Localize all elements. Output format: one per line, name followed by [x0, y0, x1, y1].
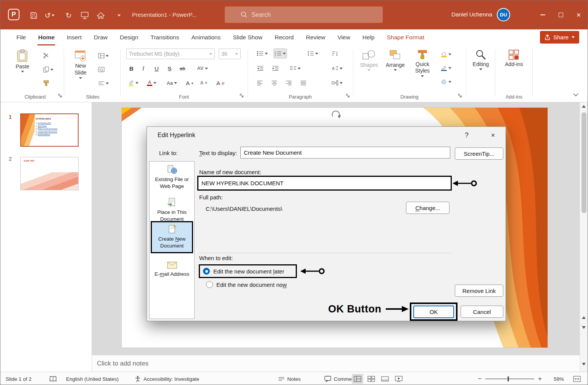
text-direction-button[interactable]: A [331, 63, 343, 73]
highlight-color-button[interactable] [127, 78, 139, 88]
quick-styles-button[interactable]: Quick Styles [412, 49, 432, 77]
scroll-down-icon[interactable] [582, 363, 586, 366]
search-box[interactable] [225, 6, 383, 23]
zoom-level[interactable]: 59% [554, 372, 564, 385]
name-of-new-document-input[interactable] [198, 180, 451, 186]
copy-button[interactable] [42, 65, 54, 74]
reset-button[interactable] [97, 65, 105, 74]
columns-button[interactable] [289, 63, 301, 73]
new-slide-button[interactable]: New Slide [70, 49, 91, 79]
normal-view-button[interactable] [352, 374, 363, 384]
sidebar-item-create-new-document[interactable]: Create New Document [151, 221, 193, 253]
dialog-help-button[interactable]: ? [461, 130, 472, 141]
previous-slide-icon[interactable] [582, 316, 586, 319]
remove-link-button[interactable]: Remove Link [455, 285, 503, 297]
notes-toggle[interactable]: Notes [278, 372, 301, 385]
font-size-combo[interactable]: 36 [219, 49, 241, 59]
align-center-button[interactable] [271, 78, 278, 88]
shape-outline-button[interactable] [440, 63, 452, 73]
zoom-in-button[interactable]: + [538, 375, 542, 383]
tab-draw[interactable]: Draw [88, 29, 114, 45]
zoom-out-button[interactable]: − [478, 375, 482, 383]
clear-formatting-button[interactable]: A [216, 78, 226, 88]
section-button[interactable] [97, 78, 110, 88]
tab-view[interactable]: View [332, 29, 356, 45]
tab-animations[interactable]: Animations [185, 29, 227, 45]
convert-smartart-button[interactable] [331, 78, 343, 88]
fit-to-window-button[interactable] [573, 372, 581, 385]
align-right-button[interactable] [285, 78, 293, 88]
share-button[interactable]: Share [540, 31, 579, 44]
ok-button[interactable]: OK [413, 306, 454, 318]
change-button[interactable]: Change... [406, 202, 449, 214]
maximize-button[interactable] [552, 0, 570, 29]
text-shadow-button[interactable]: S [167, 63, 172, 73]
align-left-button[interactable] [256, 78, 264, 88]
accessibility-checker[interactable]: Accessibility: Investigate [135, 372, 199, 385]
sort-button[interactable] [331, 49, 339, 58]
addins-button[interactable]: Add-ins [503, 49, 525, 67]
slide-sorter-view-button[interactable] [366, 374, 377, 384]
close-button[interactable]: × [570, 0, 588, 29]
drawing-dialog-launcher[interactable] [458, 92, 462, 99]
tab-design[interactable]: Design [114, 29, 144, 45]
user-name[interactable]: Daniel Uchenna [451, 11, 492, 18]
collapse-ribbon-button[interactable] [573, 91, 578, 98]
font-dialog-launcher[interactable] [240, 92, 244, 99]
sidebar-item-place-in-document[interactable]: Place in This Document [150, 197, 194, 223]
sidebar-item-email-address[interactable]: E-mail Address [150, 262, 194, 278]
strikethrough-button[interactable]: ab [179, 63, 186, 73]
scrollbar-thumb[interactable] [582, 112, 586, 213]
sidebar-item-existing-file[interactable]: Existing File or Web Page [150, 165, 194, 190]
spell-check-button[interactable] [49, 372, 57, 385]
radio-edit-now-option[interactable]: Edit the new document now [206, 281, 287, 288]
radio-selected-icon[interactable] [203, 268, 210, 275]
customize-toolbar-button[interactable] [113, 10, 125, 21]
undo-button[interactable]: ↺ [42, 10, 58, 21]
editing-button[interactable]: Editing [470, 49, 492, 70]
slide-thumbnail-2[interactable]: SLIDE TWO [20, 157, 79, 190]
text-to-display-input[interactable] [241, 149, 450, 156]
zoom-slider[interactable] [485, 376, 534, 382]
search-input[interactable] [251, 11, 366, 18]
line-spacing-button[interactable] [306, 49, 319, 58]
shape-fill-button[interactable] [440, 49, 452, 59]
slideshow-from-start-button[interactable] [79, 10, 90, 21]
tab-slide-show[interactable]: Slide Show [227, 29, 269, 45]
redo-button[interactable]: ↻ [63, 10, 74, 21]
italic-button[interactable]: I [142, 63, 145, 73]
shape-effects-button[interactable] [440, 77, 452, 87]
character-spacing-button[interactable]: AV [197, 63, 209, 73]
powerpoint-logo-icon[interactable]: P [8, 9, 19, 20]
text-to-display-field[interactable] [240, 147, 450, 159]
radio-unselected-icon[interactable] [206, 281, 213, 288]
tab-transitions[interactable]: Transitions [144, 29, 185, 45]
tab-record[interactable]: Record [269, 29, 300, 45]
zoom-slider-thumb[interactable] [507, 376, 509, 382]
screentip-button[interactable]: ScreenTip... [455, 147, 503, 160]
font-color-button[interactable]: A [146, 78, 157, 88]
bold-button[interactable]: B [129, 63, 134, 73]
paste-button[interactable]: Paste [16, 49, 29, 73]
next-slide-icon[interactable] [582, 326, 586, 329]
dialog-close-button[interactable]: × [487, 130, 499, 141]
radio-edit-later-option[interactable]: Edit the new document later [199, 264, 297, 278]
tab-review[interactable]: Review [300, 29, 332, 45]
cut-button[interactable] [42, 51, 50, 61]
bullets-button[interactable] [256, 49, 269, 58]
shapes-button[interactable]: Shapes [359, 49, 379, 71]
tab-help[interactable]: Help [356, 29, 381, 45]
decrease-font-button[interactable]: A▼ [200, 78, 208, 88]
underline-button[interactable]: U [154, 63, 159, 73]
save-button[interactable] [28, 10, 39, 21]
font-name-combo[interactable]: Trebuchet MS (Body) [126, 49, 215, 59]
layout-button[interactable] [97, 51, 110, 61]
tab-shape-format[interactable]: Shape Format [381, 29, 430, 45]
tab-file[interactable]: File [10, 29, 32, 45]
slide-indicator[interactable]: Slide 1 of 2 [6, 372, 32, 385]
avatar[interactable]: DU [497, 8, 510, 21]
vertical-scrollbar[interactable] [580, 102, 588, 372]
tab-home[interactable]: Home [32, 29, 61, 45]
slide-thumbnail-1[interactable]: HYPERLINKS An Existing File Web Page Pla… [20, 113, 79, 147]
minimize-button[interactable] [534, 0, 552, 29]
